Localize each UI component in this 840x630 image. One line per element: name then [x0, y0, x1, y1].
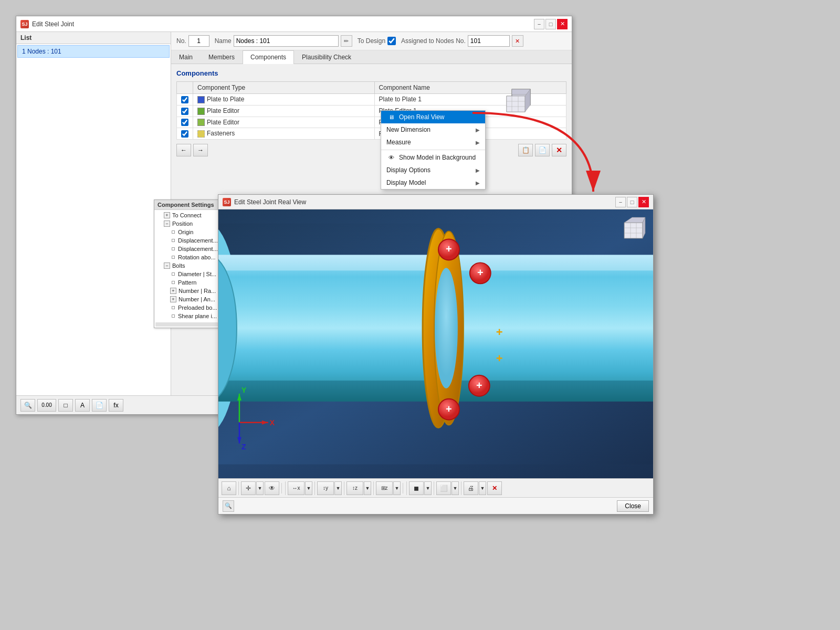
rv-view-btn[interactable]: ⬜: [436, 481, 451, 495]
to-connect-label: To Connect: [172, 212, 202, 218]
section-title: Components: [176, 69, 566, 77]
rv-layer-arrow[interactable]: ▼: [424, 481, 432, 495]
row-check-3[interactable]: [181, 130, 188, 138]
rv-x-arrow[interactable]: ▼: [305, 481, 312, 495]
bolts-expander[interactable]: −: [164, 262, 170, 269]
to-connect-expander[interactable]: +: [164, 212, 170, 218]
tab-plausibility[interactable]: Plausibility Check: [294, 50, 359, 64]
table-row[interactable]: Plate Editor Plate Editor 2: [177, 117, 566, 128]
view-btn[interactable]: □: [58, 399, 73, 412]
new-dimension-arrow: ▶: [476, 127, 480, 133]
rv-y-arrow[interactable]: ▼: [334, 481, 342, 495]
color-box-2: [197, 119, 205, 126]
nav-cube-main[interactable]: [504, 87, 536, 118]
edit-name-btn[interactable]: ✏: [341, 35, 352, 47]
assigned-input[interactable]: [468, 35, 510, 47]
rv-view-arrow[interactable]: ▼: [452, 481, 459, 495]
rv-bottom-toolbar: ⌂ ✛ ▼ 👁 ↔x ▼ ↕y ▼ ↕z ▼ ⊞z ▼ ◼ ▼: [218, 478, 653, 497]
name-input[interactable]: [234, 35, 339, 47]
ctx-open-real-view-label: Open Real View: [399, 113, 445, 121]
rv-x-group: ↔x ▼: [285, 481, 312, 495]
rv-cancel-btn[interactable]: ✕: [487, 481, 502, 495]
rv-x-btn[interactable]: ↔x: [288, 481, 304, 495]
num-an-expander[interactable]: +: [170, 296, 176, 302]
main-title: Edit Steel Joint: [32, 20, 74, 28]
comp-toolbar: ← → 📋 📄 ✕: [176, 144, 566, 156]
svg-marker-4: [507, 96, 525, 112]
rv-move-btn[interactable]: ✛: [241, 481, 256, 495]
tab-main[interactable]: Main: [171, 50, 201, 64]
table-row[interactable]: Fasteners Fasteners 1: [177, 128, 566, 140]
import-btn[interactable]: 📋: [518, 144, 533, 156]
main-window-controls: − □ ✕: [534, 19, 568, 29]
diam-label: Diameter | St...: [178, 271, 216, 277]
rv-3d-body[interactable]: + + + + + + Y X: [218, 209, 653, 478]
name-label: Name: [215, 37, 232, 45]
rv-close-label-btn[interactable]: Close: [617, 500, 649, 512]
maximize-button[interactable]: □: [545, 19, 556, 29]
minimize-button[interactable]: −: [534, 19, 544, 29]
row-check-2[interactable]: [181, 119, 188, 126]
close-button[interactable]: ✕: [557, 19, 568, 29]
rv-home-btn[interactable]: ⌂: [222, 481, 236, 495]
num-ra-label: Number | Ra...: [178, 288, 216, 294]
tab-components[interactable]: Components: [243, 50, 294, 64]
rv-move-arrow[interactable]: ▼: [256, 481, 264, 495]
rv-maximize-button[interactable]: □: [627, 197, 637, 207]
rv-print-group: 🖨 ▼: [461, 481, 486, 495]
ctx-new-dimension[interactable]: New Dimension ▶: [381, 123, 485, 136]
color-box-1: [197, 108, 205, 115]
value-btn[interactable]: 0.00: [37, 399, 56, 412]
ctx-show-model[interactable]: 👁 Show Model in Background: [381, 151, 485, 164]
rv-z-btn[interactable]: ↕z: [346, 481, 363, 495]
assigned-clear-btn[interactable]: ✕: [512, 35, 523, 47]
origin-dot: [172, 230, 175, 234]
name-field-group: Name ✏: [215, 35, 352, 47]
doc-btn[interactable]: 📄: [92, 399, 107, 412]
ctx-display-model-label: Display Model: [386, 179, 426, 186]
rv-y-btn[interactable]: ↕y: [317, 481, 334, 495]
bolts-label: Bolts: [172, 262, 185, 269]
to-design-checkbox[interactable]: [387, 37, 396, 45]
delete-comp-btn[interactable]: ✕: [552, 144, 566, 156]
rv-ziso-btn[interactable]: ⊞z: [376, 481, 393, 495]
num-ra-expander[interactable]: +: [170, 288, 176, 294]
export-btn[interactable]: 📄: [535, 144, 550, 156]
rv-close-button[interactable]: ✕: [638, 197, 649, 207]
formula-btn[interactable]: fx: [109, 399, 123, 412]
rv-z-group: ↕z ▼: [344, 481, 371, 495]
tab-members[interactable]: Members: [201, 50, 243, 64]
ctx-new-dimension-label: New Dimension: [386, 126, 430, 133]
rv-print-arrow[interactable]: ▼: [479, 481, 486, 495]
no-input[interactable]: [188, 35, 209, 47]
position-expander[interactable]: −: [164, 220, 170, 227]
ctx-display-model[interactable]: Display Model ▶: [381, 176, 485, 189]
rv-titlebar: SJ Edit Steel Joint Real View − □ ✕: [218, 195, 653, 209]
move-up-btn[interactable]: ←: [176, 144, 191, 156]
rv-nav-cube[interactable]: [619, 215, 648, 244]
ctx-separator-1: [381, 150, 485, 150]
rv-print-btn[interactable]: 🖨: [464, 481, 478, 495]
rv-eye-btn[interactable]: 👁: [265, 481, 279, 495]
search-btn[interactable]: 🔍: [20, 399, 35, 412]
color-box-3: [197, 130, 205, 138]
ctx-measure[interactable]: Measure ▶: [381, 136, 485, 149]
rv-status-icon[interactable]: 🔍: [223, 500, 234, 512]
text-btn[interactable]: A: [75, 399, 90, 412]
ctx-display-options[interactable]: Display Options ▶: [381, 164, 485, 176]
rv-move-group: ✛ ▼: [238, 481, 264, 495]
ctx-open-real-view[interactable]: 🖥 Open Real View: [381, 111, 485, 123]
row-check-0[interactable]: [181, 96, 188, 103]
left-panel: List 1 Nodes : 101 🌟 ⧉ ✔✔ ↺ ✕ 🔍 0.00 □ A…: [16, 32, 171, 414]
rv-z-arrow[interactable]: ▼: [364, 481, 371, 495]
list-item[interactable]: 1 Nodes : 101: [17, 45, 170, 58]
num-an-label: Number | An...: [178, 296, 215, 302]
show-model-icon: 👁: [386, 154, 396, 161]
preload-label: Preloaded bo...: [178, 304, 217, 311]
ctx-measure-label: Measure: [386, 139, 411, 146]
row-check-1[interactable]: [181, 108, 188, 115]
move-down-btn[interactable]: →: [193, 144, 208, 156]
rv-layer-btn[interactable]: ◼: [409, 481, 424, 495]
rv-ziso-arrow[interactable]: ▼: [393, 481, 401, 495]
rv-minimize-button[interactable]: −: [615, 197, 626, 207]
